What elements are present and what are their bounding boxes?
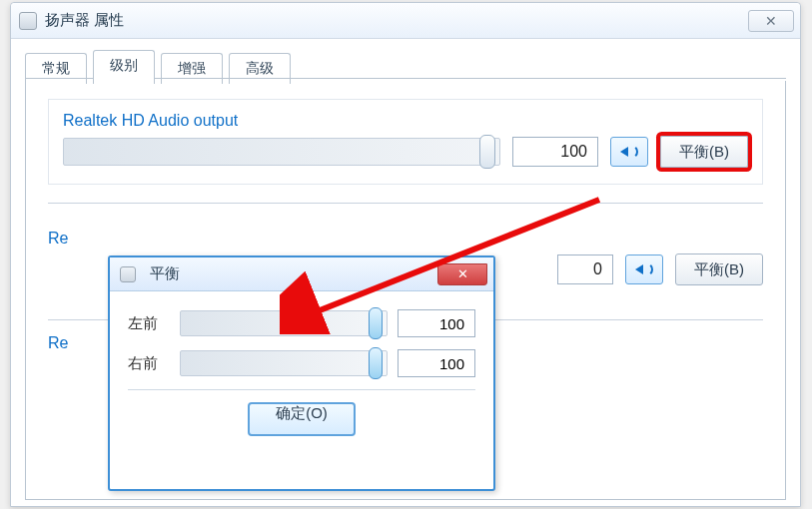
balance-right-value[interactable] <box>398 349 475 377</box>
output-2-balance-button[interactable]: 平衡(B) <box>675 254 763 285</box>
balance-app-icon <box>120 266 136 282</box>
slider-thumb[interactable] <box>479 135 495 169</box>
balance-dialog: 平衡 ✕ 左前 右前 确定(O) <box>108 255 495 491</box>
separator <box>128 389 475 390</box>
tab-enhance[interactable]: 增强 <box>161 53 223 84</box>
output-2-label: Re <box>48 230 763 248</box>
balance-title: 平衡 <box>150 264 180 283</box>
output-1-mute-button[interactable] <box>610 137 648 167</box>
balance-ok-button[interactable]: 确定(O) <box>248 402 356 436</box>
speaker-icon <box>620 145 638 159</box>
output-1-slider[interactable] <box>63 138 500 166</box>
tab-strip: 常规 级别 增强 高级 <box>11 39 800 79</box>
output-1-balance-button[interactable]: 平衡(B) <box>660 136 748 168</box>
separator <box>48 203 763 204</box>
balance-close-button[interactable]: ✕ <box>437 263 487 285</box>
balance-right-row: 右前 <box>128 349 475 377</box>
output-2-mute-button[interactable] <box>625 254 663 284</box>
slider-thumb[interactable] <box>369 347 383 379</box>
output-1-value[interactable] <box>512 137 598 167</box>
balance-right-label: 右前 <box>128 354 170 373</box>
window-title: 扬声器 属性 <box>45 11 124 30</box>
output-1-label: Realtek HD Audio output <box>63 112 748 130</box>
balance-left-label: 左前 <box>128 314 170 333</box>
tab-general[interactable]: 常规 <box>25 53 87 84</box>
balance-left-slider[interactable] <box>180 310 388 336</box>
titlebar: 扬声器 属性 ✕ <box>11 3 800 39</box>
slider-thumb[interactable] <box>369 307 383 339</box>
balance-titlebar: 平衡 ✕ <box>110 257 493 291</box>
balance-left-row: 左前 <box>128 309 475 337</box>
balance-left-value[interactable] <box>398 309 475 337</box>
tab-levels[interactable]: 级别 <box>93 50 155 84</box>
speaker-app-icon <box>19 12 37 30</box>
output-2-value[interactable] <box>557 254 613 284</box>
speaker-icon <box>635 262 653 276</box>
output-group-1: Realtek HD Audio output 平衡(B) <box>48 99 763 185</box>
balance-right-slider[interactable] <box>180 350 388 376</box>
close-button[interactable]: ✕ <box>748 10 794 32</box>
tab-advanced[interactable]: 高级 <box>229 53 291 84</box>
